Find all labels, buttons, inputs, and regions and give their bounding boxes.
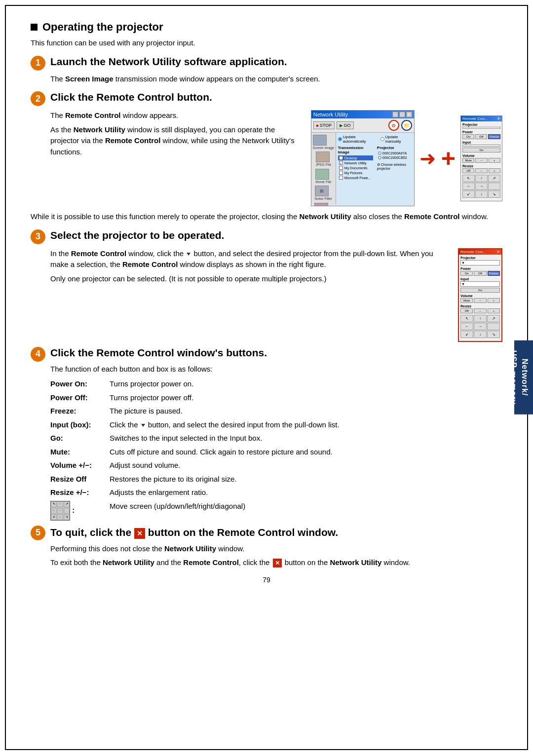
network-utility-screenshot: Network Utility − □ ✕ ■ STOP ▶ bbox=[311, 110, 415, 206]
rc-large-off-btn[interactable]: Off bbox=[474, 271, 486, 276]
rc-large-go-btn[interactable]: Go bbox=[460, 288, 500, 293]
step1-bold1: Screen Image bbox=[65, 75, 114, 83]
def-freeze-term: Freeze: bbox=[50, 406, 110, 417]
rc-large-vol-minus[interactable]: − bbox=[474, 298, 486, 303]
step5-para1: Performing this does not close the Netwo… bbox=[50, 543, 502, 555]
rc-large-resize-off[interactable]: Off bbox=[460, 308, 473, 313]
dropdown-arrow-icon bbox=[187, 253, 190, 256]
page: Operating the projector This function ca… bbox=[5, 5, 528, 750]
nu-sidebar-movie[interactable]: Movie File bbox=[315, 169, 331, 184]
rc-large-resize-minus[interactable]: − bbox=[474, 308, 486, 313]
step2-layout: The Remote Control window appears. As th… bbox=[50, 110, 502, 206]
rc-large-nav-dr[interactable]: ↘ bbox=[487, 331, 500, 338]
rc-power-section: Power On Off Freeze bbox=[462, 130, 500, 139]
nu-sidebar-noise[interactable]: ⊞ Noise Filter bbox=[315, 186, 332, 201]
nu-minimize-btn[interactable]: − bbox=[392, 112, 398, 117]
rc-large-freeze-btn[interactable]: Freeze bbox=[488, 271, 500, 276]
sidebar-tab-line2: USB memory bbox=[509, 350, 518, 405]
black-square-icon bbox=[31, 24, 38, 31]
nu-file-pics[interactable]: My Pictures bbox=[338, 170, 373, 175]
rc-nav-r[interactable]: → bbox=[475, 183, 488, 190]
rc-large-proj-dropdown[interactable]: ▼ bbox=[460, 260, 500, 265]
nu-update-auto[interactable]: Update automatically bbox=[338, 135, 377, 144]
rc-resize-minus-btn[interactable]: − bbox=[475, 168, 487, 173]
rc-mute-btn[interactable]: Mute bbox=[462, 158, 474, 163]
rc-large-nav-ul[interactable]: ↖ bbox=[460, 315, 473, 322]
nu-update-manual[interactable]: Update manually bbox=[381, 135, 412, 144]
nu-sidebar-screen[interactable]: Screen Image bbox=[313, 135, 335, 150]
nu-proj2[interactable]: 000C2000CB52 bbox=[377, 155, 412, 160]
nu-choose[interactable]: ⚙ Choose wireless projector bbox=[377, 163, 412, 170]
nu-titlebar-btns: − □ ✕ bbox=[392, 112, 412, 117]
rc-input-dropdown[interactable] bbox=[462, 145, 500, 147]
rc-large-nav-dl[interactable]: ↙ bbox=[460, 331, 473, 338]
nu-file-ppt[interactable]: Microsoft Powe... bbox=[338, 175, 373, 180]
nu-file-desktop[interactable]: ✓ Desktop bbox=[338, 155, 373, 160]
rc-resize-off-btn[interactable]: Off bbox=[462, 168, 474, 173]
nu-sidebar-jpeg[interactable]: JPEG File bbox=[316, 151, 332, 167]
nu-sidebar-multi[interactable]: ⊞ Multiscreen bbox=[314, 203, 332, 206]
def-power-on-desc: Turns projector power on. bbox=[110, 378, 502, 390]
rc-large-input-dropdown[interactable]: ▼ bbox=[460, 281, 500, 287]
nu-radio-row: Update automatically Update manually bbox=[338, 135, 412, 144]
arrow-right-icon: ➜ bbox=[419, 149, 436, 168]
rc-large-nav-d[interactable]: ↓ bbox=[474, 331, 487, 338]
rc-large-vol-plus[interactable]: + bbox=[488, 298, 500, 303]
rc-off-btn[interactable]: Off bbox=[475, 134, 487, 139]
nav-ur: ↗ bbox=[64, 501, 70, 507]
nu-maximize-btn[interactable]: □ bbox=[399, 112, 405, 117]
nu-icon2[interactable]: 📁 bbox=[401, 120, 412, 131]
nu-remote-icon[interactable]: ⚙ bbox=[388, 120, 399, 131]
step3-right: Remote Con... ✕ Projector ▼ Power On Off… bbox=[458, 248, 502, 342]
sidebar-tab: Network/ USB memory bbox=[514, 340, 533, 415]
rc-freeze-btn[interactable]: Freeze bbox=[488, 134, 500, 139]
step5-circle: 5 bbox=[31, 526, 45, 540]
rc-volume-label: Volume bbox=[462, 154, 500, 157]
nav-dl: ↙ bbox=[51, 514, 57, 520]
rc-nav-dr[interactable]: ↘ bbox=[488, 190, 500, 198]
step4-subtitle: The function of each button and box is a… bbox=[50, 364, 502, 375]
nu-file-docs[interactable]: My Documents bbox=[338, 165, 373, 170]
rc-go-btn[interactable]: Go bbox=[462, 148, 500, 152]
nu-go-btn[interactable]: ▶ GO bbox=[337, 121, 354, 129]
rc-nav-dl[interactable]: ↙ bbox=[462, 190, 475, 198]
rc-large-close[interactable]: ✕ bbox=[496, 250, 500, 254]
plus-icon: + bbox=[441, 146, 456, 171]
rc-on-btn[interactable]: On bbox=[462, 134, 474, 139]
rc-body: Projector Power On Off Freeze Input bbox=[461, 121, 502, 201]
rc-nav-l[interactable]: ← bbox=[462, 183, 475, 190]
nu-sidebar: Screen Image JPEG File Movie File ⊞ bbox=[311, 133, 336, 204]
rc-vol-minus-btn[interactable]: − bbox=[475, 158, 487, 163]
rc-resize-buttons: Off − + bbox=[462, 168, 500, 173]
nu-proj1[interactable]: 000C2000A97A bbox=[377, 151, 412, 155]
rc-nav-ul[interactable]: ↖ bbox=[462, 175, 475, 182]
rc-projector-dropdown[interactable] bbox=[462, 127, 500, 129]
rc-nav-ur[interactable]: ↗ bbox=[488, 175, 500, 182]
def-resize-plus: Resize +/−: Adjusts the enlargement rati… bbox=[50, 487, 502, 498]
x-button-inline-icon: ✕ bbox=[273, 559, 282, 567]
rc-vol-plus-btn[interactable]: + bbox=[489, 158, 500, 163]
step5-section: 5 To quit, click the ✕ button on the Rem… bbox=[31, 526, 502, 568]
rc-large-title: Remote Con... bbox=[460, 250, 486, 254]
rc-resize-plus-btn[interactable]: + bbox=[489, 168, 500, 173]
rc-large-vol-btns: Mute − + bbox=[460, 298, 500, 303]
step5-row: 5 To quit, click the ✕ button on the Rem… bbox=[31, 526, 502, 540]
nu-file-network[interactable]: ✓ Network Utility bbox=[338, 160, 373, 165]
def-volume: Volume +/−: Adjust sound volume. bbox=[50, 460, 502, 471]
rc-large-nav-u[interactable]: ↑ bbox=[474, 315, 487, 322]
nu-close-btn[interactable]: ✕ bbox=[406, 112, 412, 117]
rc-nav-u[interactable]: ↑ bbox=[475, 175, 488, 182]
rc-large-nav-r[interactable]: → bbox=[474, 323, 487, 330]
rc-large-nav-l[interactable]: ← bbox=[460, 323, 473, 330]
rc-large-nav-ur[interactable]: ↗ bbox=[487, 315, 500, 322]
step1-description: The Screen Image transmission mode windo… bbox=[50, 74, 502, 85]
nu-stop-btn[interactable]: ■ STOP bbox=[313, 121, 335, 129]
page-number: 79 bbox=[31, 576, 502, 584]
rc-large-on-btn[interactable]: On bbox=[460, 271, 473, 276]
rc-large-mute-btn[interactable]: Mute bbox=[460, 298, 473, 303]
rc-close-icon[interactable]: ✕ bbox=[497, 116, 500, 121]
rc-large-resize-plus[interactable]: + bbox=[488, 308, 500, 313]
def-power-off-term: Power Off: bbox=[50, 392, 110, 404]
rc-nav-d[interactable]: ↓ bbox=[475, 190, 488, 198]
rc-volume-buttons: Mute − + bbox=[462, 158, 500, 163]
